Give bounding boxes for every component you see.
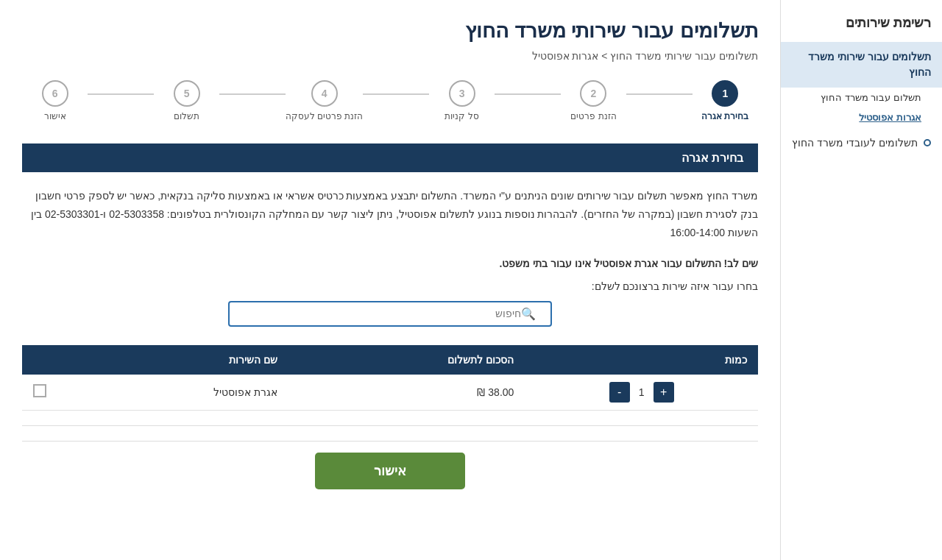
search-input[interactable] (238, 308, 521, 319)
confirm-button[interactable]: אישור (315, 453, 465, 489)
qty-value: 1 (634, 386, 649, 398)
search-icon: 🔍 (521, 307, 536, 321)
sidebar-title: רשימת שירותים (781, 15, 942, 42)
step-label-2: הזנת פרטים (570, 111, 616, 121)
info-paragraph: משרד החוץ מאפשר תשלום עבור שירותים שונים… (22, 187, 758, 243)
step-label-4: הזנת פרטים לעסקה (286, 111, 364, 121)
step-line-4-5 (219, 93, 285, 95)
step-circle-1: 1 (712, 80, 738, 107)
step-label-6: אישור (44, 111, 66, 121)
table-divider (22, 425, 758, 426)
quantity-cell: + 1 - (525, 375, 758, 411)
col-header-quantity: כמות (525, 345, 758, 375)
step-label-5: תשלום (174, 111, 199, 121)
search-box-wrapper: 🔍 (228, 301, 552, 327)
sidebar-item-workers[interactable]: תשלומים לעובדי משרד החוץ (781, 131, 942, 155)
breadcrumb: תשלומים עבור שירותי משרד החוץ > אגרות אפ… (22, 50, 758, 62)
col-header-checkbox (22, 345, 57, 375)
qty-controls: + 1 - (536, 382, 747, 403)
sidebar-sub-item-payment[interactable]: תשלום עבור משרד החוץ (781, 88, 942, 107)
step-line-2-3 (495, 93, 560, 95)
step-circle-3: 3 (449, 80, 475, 107)
step-item-5: 5 תשלום (154, 80, 219, 121)
step-line-5-6 (88, 93, 153, 95)
sidebar: רשימת שירותים תשלומים עבור שירותי משרד ה… (780, 0, 942, 560)
col-header-service: שם השירות (57, 345, 288, 375)
stepper: 1 בחירת אגרה 2 הזנת פרטים 3 סל קניות (22, 80, 758, 121)
sidebar-section-payments: תשלומים עבור שירותי משרד החוץ תשלום עבור… (781, 42, 942, 127)
step-line-1-2 (626, 93, 692, 95)
sidebar-sub-item-apostille[interactable]: אגרות אפוסטיל (781, 107, 942, 127)
step-label-1: בחירת אגרה (701, 111, 748, 121)
step-item-1: 1 בחירת אגרה (693, 80, 758, 121)
table-row: + 1 - 38.00 ₪ אגרת אפוסטיל (22, 375, 758, 411)
qty-plus-button[interactable]: + (654, 382, 674, 403)
amount-cell: 38.00 ₪ (288, 375, 525, 411)
step-circle-4: 4 (311, 80, 338, 107)
main-content: תשלומים עבור שירותי משרד החוץ תשלומים עב… (0, 0, 780, 560)
choose-prompt: בחרו עבור איזה שירות ברצונכם לשלם: (22, 280, 758, 292)
page-title: תשלומים עבור שירותי משרד החוץ (22, 18, 758, 43)
search-container: 🔍 (22, 301, 758, 327)
step-item-2: 2 הזנת פרטים (561, 80, 626, 121)
step-label-3: סל קניות (445, 111, 478, 121)
bottom-row: אישור (22, 441, 758, 489)
step-circle-2: 2 (580, 80, 606, 107)
sidebar-item-payments-active[interactable]: תשלומים עבור שירותי משרד החוץ (781, 42, 942, 88)
qty-minus-button[interactable]: - (609, 382, 630, 403)
checkbox-cell (22, 375, 57, 411)
service-checkbox[interactable] (33, 384, 46, 397)
table-header-row: כמות הסכום לתשלום שם השירות (22, 345, 758, 375)
services-table: כמות הסכום לתשלום שם השירות + 1 - 38. (22, 345, 758, 411)
step-item-4: 4 הזנת פרטים לעסקה (286, 80, 364, 121)
col-header-amount: הסכום לתשלום (288, 345, 525, 375)
note-text: שים לב! התשלום עבור אגרת אפוסטיל אינו עב… (22, 258, 758, 269)
section-header: בחירת אגרה (22, 143, 758, 172)
step-circle-6: 6 (42, 80, 68, 107)
service-name-cell: אגרת אפוסטיל (57, 375, 288, 411)
sidebar-dot-outline (924, 139, 931, 146)
sidebar-section-workers: תשלומים לעובדי משרד החוץ (781, 131, 942, 155)
step-line-3-4 (363, 93, 428, 95)
step-circle-5: 5 (174, 80, 200, 107)
step-item-6: 6 אישור (22, 80, 88, 121)
step-item-3: 3 סל קניות (429, 80, 495, 121)
